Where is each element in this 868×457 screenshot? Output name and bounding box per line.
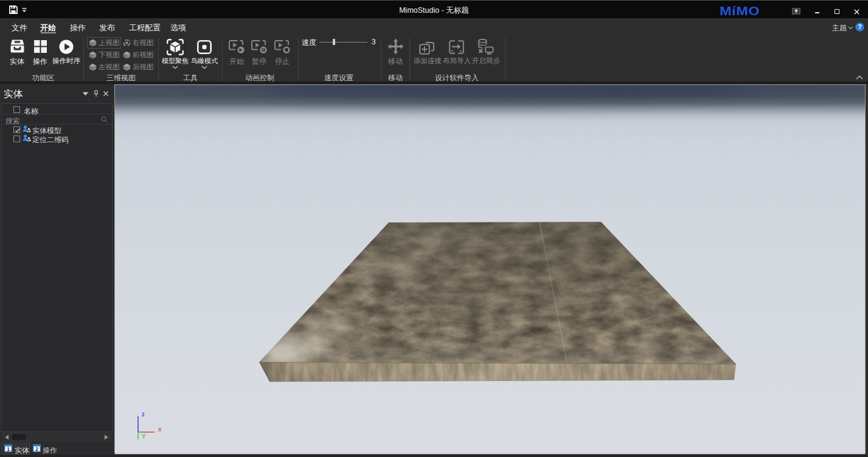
svg-text:1: 1: [7, 446, 10, 452]
svg-text:?: ?: [858, 23, 861, 30]
svg-text:Y: Y: [142, 433, 146, 440]
svg-text:2: 2: [35, 446, 38, 452]
svg-text:x: x: [158, 426, 162, 433]
svg-text:z: z: [142, 411, 145, 417]
